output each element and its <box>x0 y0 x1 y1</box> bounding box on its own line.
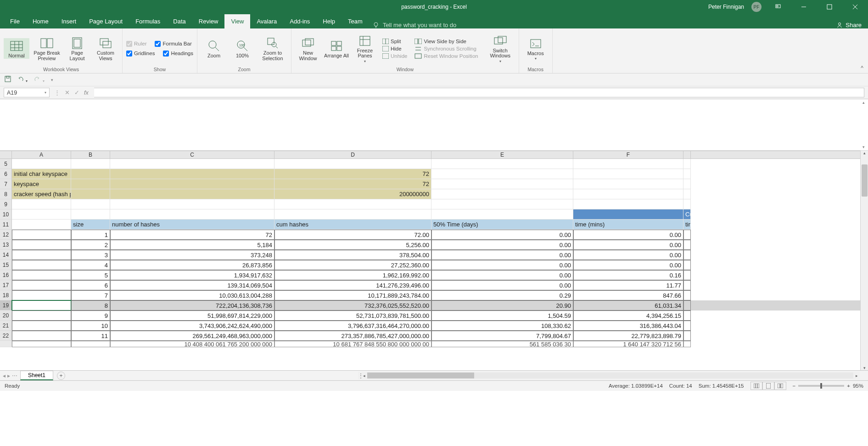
cell-G21[interactable] <box>683 321 691 331</box>
view-side-by-side-button[interactable]: View Side by Side <box>414 39 478 44</box>
hscroll-thumb[interactable] <box>367 373 474 378</box>
tab-data[interactable]: Data <box>167 14 192 28</box>
cell-F11[interactable]: time (mins) <box>573 220 683 230</box>
row-22[interactable]: 2211269,561,249,468,963,000,000273,357,8… <box>0 331 868 341</box>
cell-C11[interactable]: number of hashes <box>110 220 274 230</box>
row-header[interactable]: 11 <box>0 220 12 230</box>
cell-D6[interactable]: 72 <box>274 169 431 179</box>
row-header[interactable]: 7 <box>0 179 12 189</box>
tab-avalara[interactable]: Avalara <box>250 14 283 28</box>
cell-D7[interactable]: 72 <box>274 179 431 189</box>
headings-checkbox[interactable]: Headings <box>163 51 193 56</box>
cell-A9[interactable] <box>12 199 71 209</box>
scroll-thumb[interactable] <box>862 164 868 197</box>
cell-F10[interactable] <box>573 209 683 220</box>
zoom-out-icon[interactable]: − <box>793 383 796 389</box>
cell-D11[interactable]: cum hashes <box>274 220 431 230</box>
cell-C13x[interactable]: 10 408 400 061 765 200 000 000 <box>110 341 274 347</box>
name-box[interactable]: A19▾ <box>4 88 50 97</box>
row-header[interactable]: 10 <box>0 209 12 220</box>
cell-B20[interactable]: 9 <box>71 311 110 321</box>
page-layout-view-icon[interactable] <box>762 382 774 390</box>
cell-A5[interactable] <box>12 159 71 169</box>
maximize-icon[interactable] <box>820 0 839 14</box>
normal-view-icon[interactable] <box>750 382 762 390</box>
cell-A13[interactable] <box>12 240 71 250</box>
cell-D13x[interactable]: 10 681 767 848 550 800 000 000 00 <box>274 341 431 347</box>
sheet-nav-next-icon[interactable]: ▸ <box>7 373 10 379</box>
row-10[interactable]: 10Cu <box>0 209 868 220</box>
col-header-f[interactable]: F <box>573 151 683 158</box>
cell-G5[interactable] <box>683 159 691 169</box>
cell-E10[interactable] <box>431 209 573 220</box>
cell-E11[interactable]: 50% Time (days) <box>431 220 573 230</box>
save-icon[interactable] <box>5 76 11 84</box>
cell-G12[interactable] <box>683 230 691 240</box>
cell-B14[interactable]: 3 <box>71 250 110 260</box>
cell-A13x[interactable] <box>12 341 71 347</box>
minimize-icon[interactable] <box>795 0 813 14</box>
cell-C20[interactable]: 51,998,697,814,229,000 <box>110 311 274 321</box>
hide-button[interactable]: Hide <box>382 46 407 51</box>
tab-team[interactable]: Team <box>342 14 369 28</box>
zoom-control[interactable]: − + 95% <box>793 383 863 389</box>
cell-A18[interactable] <box>12 290 71 300</box>
cell-A20[interactable] <box>12 311 71 321</box>
row-8[interactable]: 8cracker speed (hash per second)20000000… <box>0 189 868 199</box>
cell-D13[interactable]: 5,256.00 <box>274 240 431 250</box>
row-header[interactable] <box>0 341 12 347</box>
row-13[interactable]: 1325,1845,256.000.000.00 <box>0 240 868 250</box>
col-header-b[interactable]: B <box>71 151 110 158</box>
tell-me[interactable]: Tell me what you want to do <box>373 22 456 28</box>
row-19[interactable]: 198722,204,136,308,736732,376,025,552,52… <box>0 300 868 311</box>
row-11[interactable]: 11sizenumber of hashescum hashes50% Time… <box>0 220 868 230</box>
cell-E6[interactable] <box>431 169 573 179</box>
cell-F13x[interactable]: 1 640 147 320 712 56 <box>573 341 683 347</box>
cell-F5[interactable] <box>573 159 683 169</box>
row-14[interactable]: 143373,248378,504.000.000.00 <box>0 250 868 260</box>
custom-views-button[interactable]: Custom Views <box>93 36 118 61</box>
cell-D16[interactable]: 1,962,169,992.00 <box>274 270 431 280</box>
cell-A19[interactable] <box>12 300 71 311</box>
cell-B7[interactable] <box>71 179 110 189</box>
cell-D9[interactable] <box>274 199 431 209</box>
cell-E15[interactable]: 0.00 <box>431 260 573 270</box>
zoom-slider[interactable] <box>798 385 844 387</box>
cell-B8[interactable] <box>71 189 110 199</box>
cell-A12[interactable] <box>12 230 71 240</box>
row-header[interactable]: 20 <box>0 311 12 321</box>
row-21[interactable]: 21103,743,906,242,624,490,0003,796,637,3… <box>0 321 868 331</box>
enter-icon[interactable]: ✓ <box>74 89 79 96</box>
page-break-view-icon[interactable] <box>774 382 786 390</box>
row-18[interactable]: 18710,030,613,004,28810,171,889,243,784.… <box>0 290 868 300</box>
tab-formulas[interactable]: Formulas <box>129 14 167 28</box>
share-button[interactable]: Share <box>836 22 862 28</box>
cell-C12[interactable]: 72 <box>110 230 274 240</box>
row-6[interactable]: 6initial char keyspace72 <box>0 169 868 179</box>
cell-B9[interactable] <box>71 199 110 209</box>
cell-B13[interactable]: 2 <box>71 240 110 250</box>
cell-C7[interactable] <box>110 179 274 189</box>
cell-E20[interactable]: 1,504.59 <box>431 311 573 321</box>
cell-C16[interactable]: 1,934,917,632 <box>110 270 274 280</box>
tab-page-layout[interactable]: Page Layout <box>83 14 129 28</box>
cell-E21[interactable]: 108,330.62 <box>431 321 573 331</box>
cell-B6[interactable] <box>71 169 110 179</box>
cell-C18[interactable]: 10,030,613,004,288 <box>110 290 274 300</box>
cell-B19[interactable]: 8 <box>71 300 110 311</box>
cell-F14[interactable]: 0.00 <box>573 250 683 260</box>
cell-D21[interactable]: 3,796,637,316,464,270,000.00 <box>274 321 431 331</box>
horizontal-scrollbar[interactable]: ⋮ ◂▸ <box>358 372 860 379</box>
cell-C6[interactable] <box>110 169 274 179</box>
cell-E13x[interactable]: 561 585 036 30 <box>431 341 573 347</box>
row-header[interactable]: 8 <box>0 189 12 199</box>
cell-C21[interactable]: 3,743,906,242,624,490,000 <box>110 321 274 331</box>
cell-E17[interactable]: 0.00 <box>431 280 573 290</box>
cell-A14[interactable] <box>12 250 71 260</box>
cell-F22[interactable]: 22,779,823,898.79 <box>573 331 683 341</box>
cell-G6[interactable] <box>683 169 691 179</box>
chevron-down-icon[interactable]: ▾ <box>45 90 46 95</box>
redo-icon[interactable]: ▾ <box>34 76 44 84</box>
row-17[interactable]: 176139,314,069,504141,276,239,496.000.00… <box>0 280 868 290</box>
tab-help[interactable]: Help <box>316 14 342 28</box>
